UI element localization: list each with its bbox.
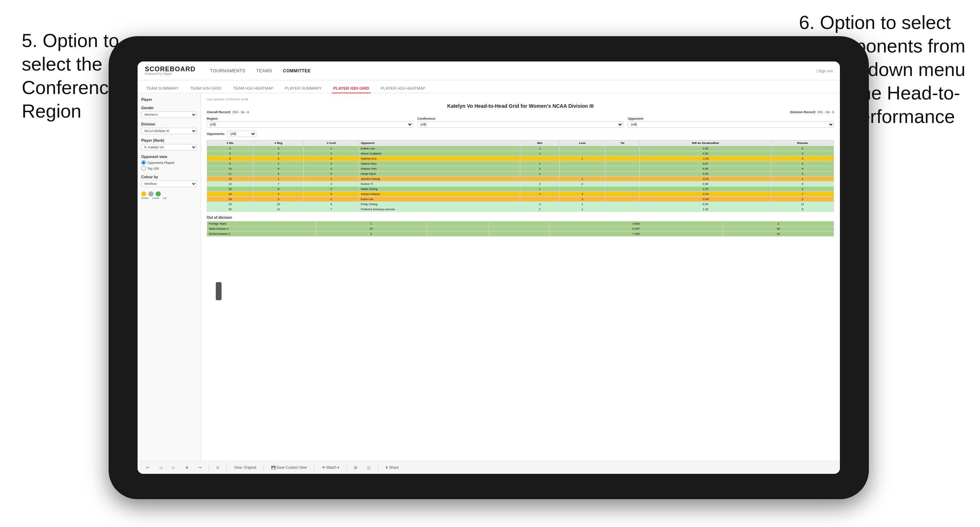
ood-table-row: Foreign Team 1 4.500 2 — [207, 221, 834, 226]
logo-sub: Powered by clippd — [145, 72, 196, 76]
cell-reg: 3 — [253, 192, 303, 197]
cell-loss: 1 — [559, 156, 605, 161]
toolbar-add[interactable]: ⊕ — [183, 465, 191, 470]
cell-win: 2 — [520, 207, 560, 212]
cell-reg: 3 — [253, 156, 303, 161]
ood-cell-opponent: Foreign Team — [207, 221, 316, 226]
filter-conference-select[interactable]: (All) — [417, 121, 624, 128]
division-record-label: Division Record: — [790, 110, 816, 114]
toolbar-save-custom[interactable]: 💾 Save Custom View — [268, 465, 310, 470]
cell-diff: 4.00 — [640, 167, 771, 171]
sidebar-division-select[interactable]: NCAA Division III — [141, 128, 197, 134]
nav-tournaments[interactable]: TOURNAMENTS — [210, 67, 245, 75]
ood-cell-opponent: NCAA Division 2 — [207, 232, 316, 237]
cell-rounds: 4 — [771, 167, 834, 171]
sidebar-division-section: Division NCAA Division III — [141, 122, 197, 134]
toolbar-sep5 — [347, 465, 347, 471]
sidebar: Player Gender Women's Men's Division NCA… — [138, 93, 201, 461]
cell-opponent: Federica Domecq Lacroze — [359, 207, 520, 212]
sidebar-colour-label: Colour by — [141, 175, 197, 179]
toolbar-view-original[interactable]: View: Original — [231, 465, 259, 470]
sub-nav-team-h2h-grid[interactable]: TEAM H2H GRID — [189, 84, 223, 93]
cell-rounds: 3 — [771, 171, 834, 176]
cell-reg: 11 — [253, 207, 303, 212]
nav-teams[interactable]: TEAMS — [256, 67, 272, 75]
toolbar-sep3 — [264, 465, 264, 471]
toolbar-back[interactable]: ◁ — [156, 465, 165, 470]
cell-tie — [605, 151, 640, 156]
sidebar-gender-section: Gender Women's Men's — [141, 106, 197, 118]
sidebar-division-label: Division — [141, 122, 197, 126]
cell-loss — [559, 171, 605, 176]
cell-rounds: 9 — [771, 182, 834, 187]
table-row: 20 11 7 Federica Domecq Lacroze 2 1 1.33… — [207, 207, 834, 212]
sidebar-top100-label[interactable]: Top 100 — [141, 166, 197, 171]
cell-tie — [605, 192, 640, 197]
filter-row: Region (All) Conference (All) Opponent — [207, 117, 834, 128]
sub-nav-team-h2h-heatmap[interactable]: TEAM H2H HEATMAP — [232, 84, 275, 93]
table-row: 16 3 5 Jessica Mason 1 2 -0.94 7 — [207, 192, 834, 197]
cell-div: 19 — [207, 202, 253, 207]
filter-opponent-select[interactable]: (All) — [628, 121, 834, 128]
toolbar-grid[interactable]: ⊞ — [351, 465, 360, 470]
toolbar-layout[interactable]: ◫ — [364, 465, 373, 470]
sidebar-gender-select[interactable]: Women's Men's — [141, 111, 197, 118]
cell-win — [520, 197, 560, 202]
sidebar-colour-select[interactable]: Win/loss — [141, 181, 197, 187]
col-opponent: Opponent — [359, 140, 520, 146]
sub-nav-player-summary[interactable]: PLAYER SUMMARY — [283, 84, 323, 93]
table-body: 3 3 1 Esther Lee 1 1.50 4 5 2 2 Alexis S… — [207, 146, 834, 212]
sidebar-gender-label: Gender — [141, 106, 197, 110]
sub-nav-player-h2h-grid[interactable]: PLAYER H2H GRID — [332, 84, 371, 93]
cell-div: 16 — [207, 192, 253, 197]
toolbar-undo[interactable]: ↩ — [143, 465, 152, 470]
sign-out-link[interactable]: | Sign out — [816, 69, 833, 73]
cell-loss — [559, 167, 605, 171]
col-diff: Diff Av Strokes/Rnd — [640, 140, 771, 146]
ood-table-row: NCAA Division 2 5 7.400 10 — [207, 232, 834, 237]
col-loss: Loss — [559, 140, 605, 146]
ood-cell-opponent: NAIA Division 1 — [207, 226, 316, 232]
circle-down — [141, 191, 146, 197]
sidebar-opponents-played-radio[interactable] — [141, 160, 146, 165]
toolbar-forward[interactable]: ▷ — [169, 465, 178, 470]
nav-committee[interactable]: COMMITTEE — [283, 67, 311, 75]
table-row: 3 3 1 Esther Lee 1 1.50 4 — [207, 146, 834, 151]
sidebar-opponent-view-section: Opponent view Opponents Played Top 100 — [141, 155, 197, 171]
app-header: SCOREBOARD Powered by clippd TOURNAMENTS… — [138, 62, 840, 80]
sub-nav-player-h2h-heatmap[interactable]: PLAYER H2H HEATMAP — [379, 84, 427, 93]
sidebar-opponent-view-label: Opponent view — [141, 155, 197, 159]
sidebar-player-rank-select[interactable]: 8. Katelyn Vo — [141, 144, 197, 151]
cell-rounds: 7 — [771, 192, 834, 197]
cell-conf: 1 — [304, 146, 359, 151]
overall-record-label: Overall Record: — [207, 110, 231, 114]
cell-diff: -1.00 — [640, 156, 771, 161]
records-row: Overall Record: 353 - 34 - 6 Division Re… — [207, 110, 834, 114]
toolbar-redo[interactable]: ↪ — [196, 465, 204, 470]
toolbar-watch[interactable]: 👁 Watch ▾ — [319, 465, 342, 470]
cell-win: 1 — [520, 192, 560, 197]
overall-record-value: 353 - 34 - 6 — [232, 110, 249, 114]
cell-rounds: 3 — [771, 161, 834, 167]
toolbar-refresh[interactable]: ⊙ — [213, 465, 222, 470]
sidebar-top100-radio[interactable] — [141, 166, 146, 171]
cell-reg: 6 — [253, 167, 303, 171]
toolbar-share[interactable]: ⬆ Share — [382, 465, 401, 470]
cell-reg: 2 — [253, 171, 303, 176]
filter-region-select[interactable]: (All) — [207, 121, 413, 128]
col-conf: # Conf — [304, 140, 359, 146]
main-nav: TOURNAMENTS TEAMS COMMITTEE — [210, 67, 802, 75]
cell-tie — [605, 171, 640, 176]
sub-nav-team-summary[interactable]: TEAM SUMMARY — [145, 84, 180, 93]
sidebar-opponents-played-label[interactable]: Opponents Played — [141, 160, 197, 165]
cell-div: 5 — [207, 151, 253, 156]
opponents-select[interactable]: (All) — [228, 130, 256, 137]
cell-rounds: 11 — [771, 202, 834, 207]
cell-loss: 1 — [559, 202, 605, 207]
main-content: Player Gender Women's Men's Division NCA… — [138, 93, 840, 461]
opponents-row: Opponents: (All) — [207, 130, 834, 137]
ood-cell-loss — [427, 226, 488, 232]
cell-reg: 2 — [253, 197, 303, 202]
col-reg: # Reg — [253, 140, 303, 146]
tablet-button[interactable] — [216, 282, 221, 300]
